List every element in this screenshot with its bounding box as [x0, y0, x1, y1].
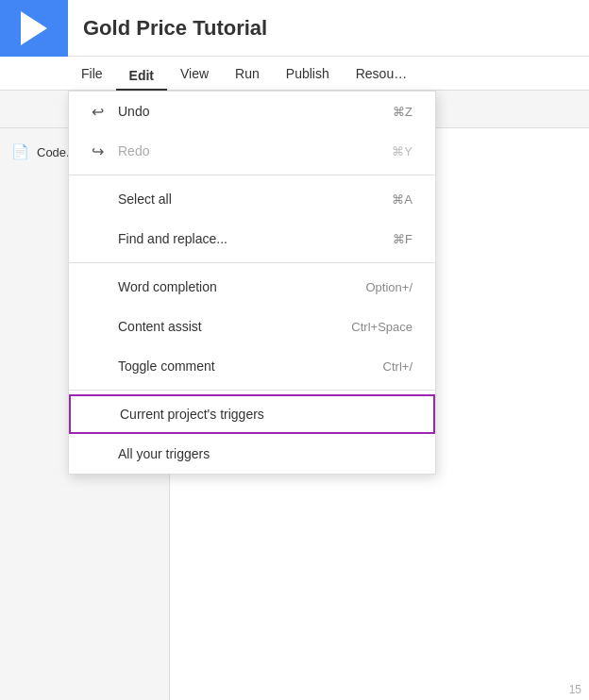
undo-label: Undo	[118, 104, 393, 119]
menu-item-file[interactable]: File	[68, 57, 116, 91]
top-bar: Gold Price Tutorial	[0, 0, 589, 57]
find-replace-label: Find and replace...	[118, 231, 393, 246]
dropdown-item-current-triggers[interactable]: Current project's triggers	[69, 394, 435, 434]
all-triggers-label: All your triggers	[118, 446, 412, 461]
menu-item-resources[interactable]: Resou…	[343, 57, 420, 91]
dropdown-item-all-triggers[interactable]: All your triggers	[69, 434, 435, 474]
undo-icon: ↩	[92, 103, 114, 121]
edit-dropdown-menu: ↩ Undo ⌘Z ↪ Redo ⌘Y Select all ⌘A Find a…	[68, 91, 436, 475]
toggle-comment-label: Toggle comment	[118, 358, 383, 374]
menu-item-edit[interactable]: Edit	[116, 57, 167, 91]
select-all-shortcut: ⌘A	[392, 192, 412, 207]
menu-item-run[interactable]: Run	[222, 57, 273, 91]
dropdown-item-word-completion[interactable]: Word completion Option+/	[69, 267, 435, 307]
divider-2	[69, 262, 435, 263]
current-triggers-label: Current project's triggers	[120, 407, 411, 422]
content-assist-label: Content assist	[118, 319, 351, 334]
app-title: Gold Price Tutorial	[68, 16, 589, 41]
menu-item-view[interactable]: View	[167, 57, 222, 91]
redo-shortcut: ⌘Y	[392, 144, 412, 158]
dropdown-item-select-all[interactable]: Select all ⌘A	[69, 179, 435, 219]
dropdown-item-redo: ↪ Redo ⌘Y	[69, 131, 435, 171]
file-icon: 📄	[11, 143, 29, 160]
menu-bar: File Edit View Run Publish Resou… ↩ Undo…	[0, 57, 589, 91]
dropdown-item-find-replace[interactable]: Find and replace... ⌘F	[69, 219, 435, 258]
divider-3	[69, 390, 435, 391]
dropdown-item-toggle-comment[interactable]: Toggle comment Ctrl+/	[69, 346, 435, 386]
divider-1	[69, 175, 435, 175]
dropdown-item-undo[interactable]: ↩ Undo ⌘Z	[69, 92, 435, 131]
menu-item-publish[interactable]: Publish	[273, 57, 343, 91]
line-number: 15	[562, 679, 589, 700]
select-all-label: Select all	[118, 192, 392, 207]
toggle-comment-shortcut: Ctrl+/	[383, 359, 412, 374]
logo-arrow-icon	[21, 11, 47, 45]
word-completion-shortcut: Option+/	[365, 280, 412, 294]
find-replace-shortcut: ⌘F	[393, 232, 412, 246]
dropdown-item-content-assist[interactable]: Content assist Ctrl+Space	[69, 307, 435, 346]
content-assist-shortcut: Ctrl+Space	[351, 320, 412, 334]
undo-shortcut: ⌘Z	[393, 105, 412, 119]
word-completion-label: Word completion	[118, 279, 365, 294]
redo-icon: ↪	[92, 142, 114, 160]
logo-block	[0, 0, 68, 57]
redo-label: Redo	[118, 143, 392, 158]
